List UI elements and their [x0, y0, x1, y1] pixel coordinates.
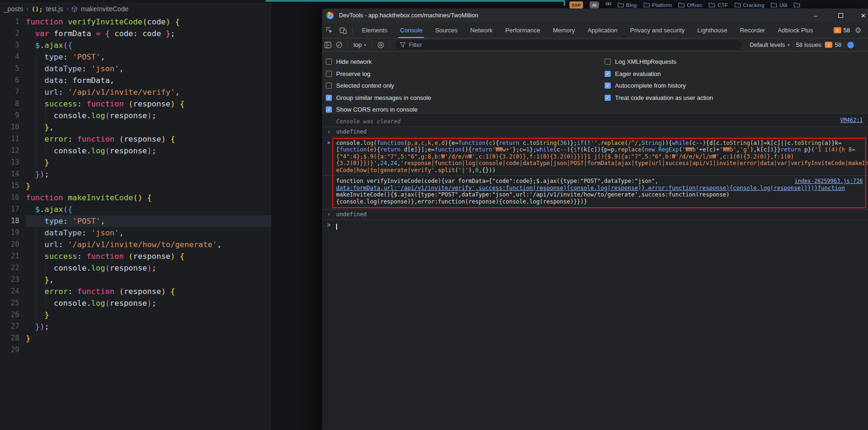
checkbox-checked-icon[interactable]: ✓ — [605, 71, 611, 77]
minimize-button[interactable]: – — [809, 8, 822, 23]
apps-grid-icon[interactable] — [606, 2, 611, 8]
maximize-button[interactable] — [835, 8, 847, 23]
tab-application[interactable]: Application — [588, 23, 618, 38]
tab-performance[interactable]: Performance — [505, 23, 540, 38]
browser-bookmarks-bar[interactable]: ZAPAIBlogPlatformOffsecCTFCrackingUtil — [569, 1, 800, 8]
breadcrumb-symbol[interactable]: makeInviteCode — [81, 5, 128, 13]
checkbox-checked-icon[interactable]: ✓ — [605, 95, 611, 101]
console-prompt[interactable]: > — [322, 220, 868, 231]
tab-lighthouse[interactable]: Lighthouse — [698, 23, 728, 38]
code-line[interactable]: $.ajax({ — [26, 39, 271, 51]
code-line[interactable]: var formData = { code: code }; — [26, 28, 271, 39]
checkbox-checked-icon[interactable]: ✓ — [326, 106, 332, 113]
code-line[interactable]: }, — [26, 274, 271, 286]
setting-eager-evaluation[interactable]: ✓Eager evaluation — [605, 70, 713, 78]
bookmark-folder-offsec[interactable]: Offsec — [678, 2, 702, 8]
bookmark-folder[interactable] — [794, 2, 800, 8]
checkbox-checked-icon[interactable]: ✓ — [326, 95, 332, 101]
code-line[interactable]: console.log(response); — [26, 297, 271, 309]
setting-log-xmlhttprequests[interactable]: Log XMLHttpRequests — [605, 58, 713, 66]
code-line[interactable]: $.ajax({ — [26, 204, 271, 215]
device-toolbar-icon[interactable] — [337, 24, 349, 37]
bookmark-folder-cracking[interactable]: Cracking — [735, 2, 764, 8]
code-line[interactable]: dataType: 'json', — [26, 63, 271, 75]
code-line[interactable]: } — [26, 309, 271, 321]
tab-privacy-and-security[interactable]: Privacy and security — [630, 23, 684, 38]
bookmark-badge-zap[interactable]: ZAP — [569, 1, 583, 8]
checkbox-unchecked-icon[interactable] — [326, 71, 332, 77]
checkbox-checked-icon[interactable]: ✓ — [605, 83, 611, 89]
breadcrumb-folder[interactable]: _posts — [4, 5, 23, 13]
settings-gear-icon[interactable]: ⚙ — [855, 26, 861, 35]
source-link[interactable]: index-26259963.js:726 — [795, 178, 863, 184]
bookmark-folder-platform[interactable]: Platform — [644, 2, 672, 8]
bookmark-folder-blog[interactable]: Blog — [618, 2, 637, 8]
code-line[interactable]: } — [26, 332, 271, 344]
setting-autocomplete-from-history[interactable]: ✓Autocomplete from history — [605, 82, 713, 90]
code-line[interactable]: console.log(response); — [26, 110, 271, 121]
output-line-linkified[interactable]: data:formData,url:'/api/v1/invite/verify… — [336, 185, 868, 192]
setting-group-similar-messages-in-console[interactable]: ✓Group similar messages in console — [326, 94, 431, 102]
code-line[interactable]: data: formData, — [26, 75, 271, 86]
context-selector[interactable]: top ▾ — [351, 42, 369, 48]
setting-preserve-log[interactable]: Preserve log — [326, 70, 431, 78]
clear-console-icon[interactable] — [333, 40, 345, 50]
source-link[interactable]: VM462:1 — [840, 117, 863, 123]
code-line[interactable]: url: '/api/v1/invite/verify', — [26, 86, 271, 98]
code-line[interactable]: } — [26, 157, 271, 168]
bookmark-folder-ctf[interactable]: CTF — [709, 2, 728, 8]
close-button[interactable]: ✕ — [859, 8, 868, 23]
setting-treat-code-evaluation-as-user-action[interactable]: ✓Treat code evaluation as user action — [605, 94, 713, 102]
checkbox-unchecked-icon[interactable] — [605, 59, 611, 65]
tab-sources[interactable]: Sources — [435, 23, 458, 38]
breadcrumb[interactable]: _posts › (); test.js › makeInviteCode — [4, 4, 128, 14]
code-line[interactable]: type: 'POST', — [26, 51, 271, 63]
code-line[interactable]: }, — [26, 121, 271, 133]
code-line[interactable]: }); — [26, 321, 271, 332]
code-lines[interactable]: function verifyInviteCode(code) { var fo… — [26, 16, 271, 356]
tab-memory[interactable]: Memory — [553, 23, 575, 38]
code-line[interactable]: success: function (response) { — [26, 98, 271, 110]
console-output-area[interactable]: VM462:1 Console was cleared ‹ undefined … — [322, 113, 868, 231]
tab-console[interactable]: Console — [400, 23, 422, 38]
code-line[interactable]: }); — [26, 168, 271, 180]
tab-adblock-plus[interactable]: Adblock Plus — [778, 23, 813, 38]
code-line[interactable]: url: '/api/v1/invite/how/to/generate', — [26, 239, 271, 250]
setting-label: Treat code evaluation as user action — [615, 94, 713, 101]
code-line[interactable]: type: 'POST', — [26, 215, 271, 227]
tab-elements[interactable]: Elements — [362, 23, 387, 38]
console-return-value: ‹ undefined — [322, 127, 868, 137]
breadcrumb-file[interactable]: test.js — [46, 5, 63, 13]
issue-badge-icon: ! — [834, 27, 841, 33]
inspect-element-icon[interactable] — [323, 24, 336, 37]
code-line[interactable]: function makeInviteCode() { — [26, 192, 271, 204]
code-area[interactable]: 1234567891011121314151617181920212223242… — [0, 16, 271, 356]
code-line[interactable]: error: function (response) { — [26, 133, 271, 145]
code-line[interactable]: console.log(response); — [26, 262, 271, 274]
issues-link[interactable]: 58 Issues: ! 58 — [796, 42, 842, 48]
log-levels-selector[interactable]: Default levels ▾ — [750, 42, 790, 48]
console-sidebar-icon[interactable] — [322, 40, 333, 50]
devtools-title-bar[interactable]: DevTools - app.hackthebox.com/machines/T… — [322, 8, 868, 23]
extension-icon[interactable] — [847, 42, 854, 48]
setting-hide-network[interactable]: Hide network — [326, 58, 431, 66]
checkbox-unchecked-icon[interactable] — [326, 83, 332, 89]
code-line[interactable] — [26, 344, 271, 356]
code-line[interactable]: error: function (response) { — [26, 286, 271, 297]
code-line[interactable]: function verifyInviteCode(code) { — [26, 16, 271, 28]
tab-network[interactable]: Network — [470, 23, 493, 38]
code-line[interactable]: } — [26, 180, 271, 192]
checkbox-unchecked-icon[interactable] — [326, 59, 332, 65]
live-expression-eye-icon[interactable] — [375, 40, 386, 50]
bookmark-folder-util[interactable]: Util — [771, 2, 787, 8]
tab-recorder[interactable]: Recorder — [740, 23, 765, 38]
bookmark-badge-ai[interactable]: AI — [590, 1, 599, 8]
filter-input[interactable]: Filter — [395, 40, 742, 50]
code-line[interactable]: success: function (response) { — [26, 250, 271, 262]
setting-selected-context-only[interactable]: Selected context only — [326, 82, 431, 90]
issues-counter[interactable]: ! 58 — [834, 27, 850, 34]
setting-show-cors-errors-in-console[interactable]: ✓Show CORS errors in console — [326, 106, 431, 113]
code-line[interactable]: console.log(response); — [26, 145, 271, 157]
line-number: 1 — [0, 16, 26, 28]
code-line[interactable]: dataType: 'json', — [26, 227, 271, 239]
